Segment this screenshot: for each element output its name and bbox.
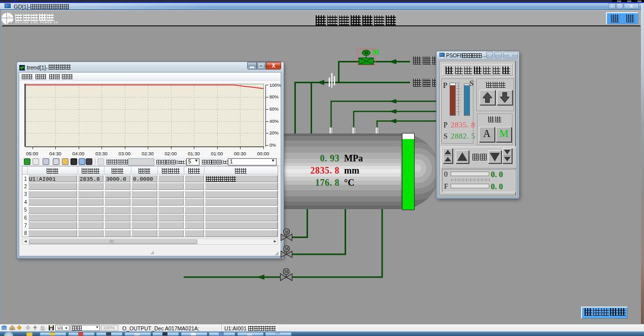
svg-text:M: M (285, 230, 288, 234)
svg-text:M: M (285, 247, 288, 251)
svg-text:M: M (284, 270, 288, 274)
